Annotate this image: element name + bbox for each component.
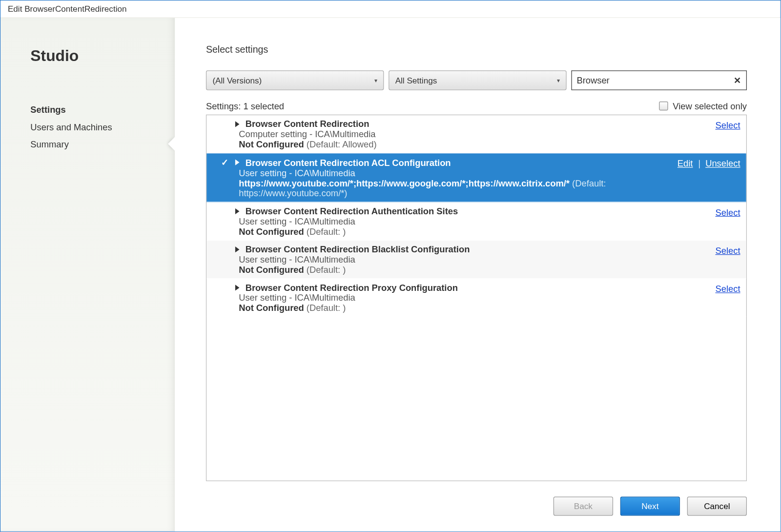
setting-config: Not Configured (Default: Allowed) bbox=[221, 139, 710, 149]
page-title: Select settings bbox=[206, 44, 747, 55]
setting-title: Browser Content Redirection Proxy Config… bbox=[246, 282, 458, 292]
setting-config-value: Not Configured bbox=[239, 226, 304, 237]
setting-subtitle: User setting - ICA\Multimedia bbox=[221, 216, 710, 226]
setting-title-row: ✓Browser Content Redirection ACL Configu… bbox=[221, 157, 672, 168]
select-link[interactable]: Select bbox=[716, 246, 740, 256]
search-input-text: Browser bbox=[576, 75, 609, 85]
setting-title-row: Browser Content Redirection Authenticati… bbox=[221, 206, 710, 216]
setting-title-row: Browser Content Redirection bbox=[221, 119, 710, 129]
setting-content: Browser Content Redirection Blacklist Co… bbox=[221, 244, 710, 274]
status-row: Settings: 1 selected View selected only bbox=[206, 101, 747, 111]
setting-subtitle: User setting - ICA\Multimedia bbox=[221, 168, 672, 178]
setting-title: Browser Content Redirection bbox=[246, 119, 370, 129]
unselect-link[interactable]: Unselect bbox=[705, 158, 740, 168]
expand-icon[interactable] bbox=[235, 246, 240, 252]
action-divider bbox=[699, 160, 699, 168]
setting-row[interactable]: Browser Content Redirection Proxy Config… bbox=[206, 279, 746, 317]
setting-actions: EditUnselect bbox=[678, 157, 740, 198]
cancel-button[interactable]: Cancel bbox=[687, 497, 747, 516]
category-dropdown[interactable]: All Settings ▾ bbox=[389, 70, 566, 90]
expand-icon[interactable] bbox=[235, 285, 240, 290]
setting-row[interactable]: ✓Browser Content Redirection ACL Configu… bbox=[206, 153, 746, 202]
setting-config: Not Configured (Default: ) bbox=[221, 303, 710, 313]
expand-icon[interactable] bbox=[235, 208, 240, 214]
chevron-down-icon: ▾ bbox=[374, 77, 377, 83]
setting-config: Not Configured (Default: ) bbox=[221, 265, 710, 275]
setting-config-default: (Default: ) bbox=[304, 265, 346, 275]
check-icon: ✓ bbox=[221, 157, 229, 168]
sidebar-item-settings[interactable]: Settings bbox=[30, 101, 154, 118]
search-input[interactable]: Browser ✕ bbox=[571, 70, 747, 90]
category-dropdown-label: All Settings bbox=[395, 76, 437, 85]
sidebar-item-summary[interactable]: Summary bbox=[30, 136, 154, 153]
setting-title: Browser Content Redirection Blacklist Co… bbox=[246, 244, 470, 254]
setting-config-value: Not Configured bbox=[239, 303, 304, 313]
clear-search-icon[interactable]: ✕ bbox=[734, 75, 741, 85]
setting-row[interactable]: Browser Content RedirectionComputer sett… bbox=[206, 115, 746, 153]
setting-title: Browser Content Redirection ACL Configur… bbox=[246, 157, 451, 167]
setting-title-row: Browser Content Redirection Proxy Config… bbox=[221, 282, 710, 292]
sidebar-item-users-machines[interactable]: Users and Machines bbox=[30, 118, 154, 135]
checkbox-icon bbox=[659, 102, 668, 110]
select-link[interactable]: Select bbox=[716, 284, 740, 294]
setting-config: https://www.youtube.com/*;https://www.go… bbox=[221, 178, 672, 198]
setting-subtitle: User setting - ICA\Multimedia bbox=[221, 254, 710, 265]
select-link[interactable]: Select bbox=[716, 120, 740, 130]
setting-content: Browser Content RedirectionComputer sett… bbox=[221, 119, 710, 149]
expand-icon[interactable] bbox=[235, 160, 240, 165]
setting-actions: Select bbox=[716, 244, 740, 274]
setting-actions: Select bbox=[716, 282, 740, 312]
main-panel: Select settings (All Versions) ▾ All Set… bbox=[175, 18, 780, 532]
next-button[interactable]: Next bbox=[620, 497, 680, 516]
back-button[interactable]: Back bbox=[554, 497, 613, 516]
filter-row: (All Versions) ▾ All Settings ▾ Browser … bbox=[206, 70, 747, 90]
setting-content: Browser Content Redirection Authenticati… bbox=[221, 206, 710, 236]
version-dropdown-label: (All Versions) bbox=[212, 76, 262, 85]
setting-subtitle: Computer setting - ICA\Multimedia bbox=[221, 129, 710, 139]
chevron-down-icon: ▾ bbox=[557, 77, 560, 83]
settings-count-label: Settings: bbox=[206, 101, 241, 111]
edit-link[interactable]: Edit bbox=[678, 158, 693, 168]
settings-list[interactable]: Browser Content RedirectionComputer sett… bbox=[206, 115, 747, 481]
window-title: Edit BrowserContentRedirection bbox=[0, 0, 780, 17]
setting-actions: Select bbox=[716, 206, 740, 236]
setting-row[interactable]: Browser Content Redirection Authenticati… bbox=[206, 203, 746, 241]
setting-title-row: Browser Content Redirection Blacklist Co… bbox=[221, 244, 710, 254]
setting-actions: Select bbox=[716, 119, 740, 149]
setting-content: ✓Browser Content Redirection ACL Configu… bbox=[221, 157, 672, 198]
expand-icon[interactable] bbox=[235, 121, 240, 127]
sidebar: Studio Settings Users and Machines Summa… bbox=[0, 18, 175, 532]
sidebar-nav: Settings Users and Machines Summary bbox=[30, 101, 154, 153]
setting-config-default: (Default: Allowed) bbox=[304, 139, 377, 149]
setting-content: Browser Content Redirection Proxy Config… bbox=[221, 282, 710, 312]
setting-title: Browser Content Redirection Authenticati… bbox=[246, 206, 458, 216]
setting-config-default: (Default: ) bbox=[304, 303, 346, 313]
setting-config-value: Not Configured bbox=[239, 139, 304, 149]
setting-config-default: (Default: ) bbox=[304, 226, 346, 237]
view-selected-only-checkbox[interactable]: View selected only bbox=[659, 101, 747, 111]
dialog-body: Studio Settings Users and Machines Summa… bbox=[0, 17, 780, 531]
setting-row[interactable]: Browser Content Redirection Blacklist Co… bbox=[206, 241, 746, 279]
select-link[interactable]: Select bbox=[716, 207, 740, 217]
dialog-window: Edit BrowserContentRedirection Studio Se… bbox=[0, 0, 781, 532]
view-selected-only-label: View selected only bbox=[673, 101, 747, 111]
setting-config-value: https://www.youtube.com/*;https://www.go… bbox=[239, 178, 570, 188]
setting-config-value: Not Configured bbox=[239, 265, 304, 275]
footer-buttons: Back Next Cancel bbox=[206, 481, 747, 516]
version-dropdown[interactable]: (All Versions) ▾ bbox=[206, 70, 384, 90]
brand-title: Studio bbox=[30, 46, 154, 65]
setting-subtitle: User setting - ICA\Multimedia bbox=[221, 292, 710, 303]
setting-config: Not Configured (Default: ) bbox=[221, 226, 710, 237]
settings-count: Settings: 1 selected bbox=[206, 101, 284, 111]
settings-count-value: 1 selected bbox=[243, 101, 284, 111]
